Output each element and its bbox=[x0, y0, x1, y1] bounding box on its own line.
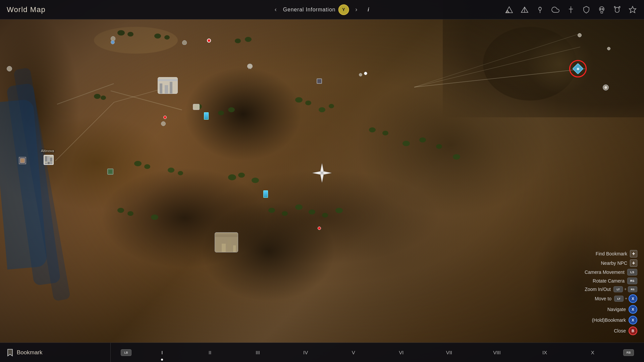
close-label: Close bbox=[614, 328, 626, 334]
svg-point-10 bbox=[321, 172, 323, 174]
tab-v[interactable]: V bbox=[329, 347, 377, 358]
altinova-city-marker: Altinova bbox=[44, 155, 54, 165]
x-btn-move[interactable]: X bbox=[629, 294, 637, 303]
control-hold-bookmark: (Hold)Bookmark X bbox=[585, 316, 637, 324]
tab-viii[interactable]: VIII bbox=[473, 347, 521, 358]
rs-btn-rotate[interactable]: RS bbox=[627, 278, 637, 284]
foliage bbox=[268, 208, 275, 213]
tab-i[interactable]: I bbox=[138, 347, 186, 358]
controls-panel: Find Bookmark + Nearby NPC + Camera Move… bbox=[585, 250, 637, 335]
map-background: Altinova bbox=[0, 0, 644, 362]
tab-ii[interactable]: II bbox=[186, 347, 234, 358]
foliage bbox=[134, 161, 142, 166]
b-btn-close[interactable]: B bbox=[629, 326, 637, 335]
camp-icon-1 bbox=[19, 157, 26, 164]
lb-button[interactable]: LB bbox=[121, 349, 131, 356]
control-close: Close B bbox=[585, 326, 637, 335]
tent-icon[interactable] bbox=[520, 5, 529, 14]
tab-ix[interactable]: IX bbox=[521, 347, 569, 358]
foliage bbox=[329, 104, 334, 108]
nav-left-arrow[interactable]: ‹ bbox=[271, 5, 280, 14]
header-center: ‹ General Information Y › i bbox=[271, 4, 373, 15]
marker-misc-3 bbox=[161, 121, 166, 126]
rotate-camera-label: Rotate Camera bbox=[593, 278, 625, 284]
control-nearby-npc: Nearby NPC + bbox=[585, 259, 637, 267]
foliage bbox=[228, 174, 236, 180]
bookmark-label: Bookmark bbox=[17, 349, 43, 356]
foliage bbox=[252, 178, 259, 183]
svg-point-23 bbox=[600, 8, 601, 9]
tab-vii[interactable]: VII bbox=[425, 347, 473, 358]
torch-icon[interactable] bbox=[535, 5, 545, 14]
foliage bbox=[335, 208, 343, 213]
skull-icon[interactable] bbox=[597, 5, 606, 14]
blue-marker-1 bbox=[111, 40, 115, 44]
control-navigate: Navigate X bbox=[585, 305, 637, 314]
tab-x[interactable]: X bbox=[569, 347, 616, 358]
nearby-npc-btn[interactable]: + bbox=[630, 259, 637, 267]
red-marker-3 bbox=[318, 227, 321, 230]
rs-btn-zoom[interactable]: RS bbox=[628, 286, 637, 292]
find-bookmark-btn[interactable]: + bbox=[630, 250, 637, 257]
x-btn-navigate[interactable]: X bbox=[629, 305, 637, 314]
canyon-1 bbox=[184, 67, 302, 161]
foliage bbox=[168, 168, 174, 173]
tab-iii[interactable]: III bbox=[234, 347, 282, 358]
marker-misc-2 bbox=[317, 78, 322, 84]
nearby-npc-label: Nearby NPC bbox=[601, 260, 627, 266]
current-position-ring: ⊕ bbox=[569, 60, 587, 77]
control-move-to: Move to LT + X bbox=[585, 294, 637, 303]
foliage bbox=[117, 30, 125, 36]
ls-btn[interactable]: LS bbox=[627, 269, 637, 276]
foliage bbox=[144, 164, 150, 169]
emblem-icon[interactable] bbox=[628, 5, 637, 14]
rb-button[interactable]: RB bbox=[623, 349, 634, 356]
y-button[interactable]: Y bbox=[338, 4, 349, 15]
horns-icon[interactable] bbox=[612, 5, 622, 14]
bones-marker bbox=[193, 104, 200, 110]
foliage bbox=[245, 37, 252, 42]
foliage bbox=[127, 32, 133, 37]
foliage bbox=[101, 96, 106, 100]
foliage bbox=[117, 208, 124, 213]
navigate-label: Navigate bbox=[607, 307, 626, 312]
foliage bbox=[305, 101, 311, 105]
foliage bbox=[322, 213, 328, 218]
stone-marker-2 bbox=[182, 40, 187, 46]
svg-point-24 bbox=[602, 8, 603, 9]
foliage bbox=[282, 211, 288, 216]
hold-bookmark-label: (Hold)Bookmark bbox=[592, 317, 626, 323]
foliage bbox=[127, 211, 133, 216]
bookmark-icon bbox=[7, 349, 13, 357]
foliage bbox=[295, 204, 303, 210]
header-icons bbox=[504, 5, 637, 14]
foliage bbox=[453, 154, 460, 160]
monster-icon-1 bbox=[247, 64, 253, 68]
lt-btn-move[interactable]: LT bbox=[614, 296, 624, 302]
foliage bbox=[238, 173, 245, 178]
waypoint-nearby bbox=[603, 84, 609, 90]
lt-btn-zoom[interactable]: LT bbox=[613, 286, 623, 292]
foliage bbox=[164, 35, 170, 40]
foliage bbox=[178, 171, 183, 175]
altinova-label: Altinova bbox=[41, 149, 54, 153]
x-btn-bookmark[interactable]: X bbox=[629, 316, 637, 324]
find-bookmark-label: Find Bookmark bbox=[596, 251, 627, 256]
control-camera-movement: Camera Movement LS bbox=[585, 269, 637, 276]
settlement-ruins bbox=[215, 232, 238, 252]
distant-waypoint-1 bbox=[578, 33, 582, 37]
cloud-icon[interactable] bbox=[551, 5, 560, 14]
page-title: World Map bbox=[7, 5, 46, 14]
control-rotate-camera: Rotate Camera RS bbox=[585, 278, 637, 284]
tab-vi[interactable]: VI bbox=[377, 347, 425, 358]
info-icon[interactable]: i bbox=[364, 5, 373, 14]
white-marker-1 bbox=[364, 72, 367, 75]
mountain-icon[interactable] bbox=[504, 5, 514, 14]
nav-right-arrow[interactable]: › bbox=[352, 5, 361, 14]
building-marker-2 bbox=[263, 190, 268, 198]
sword-icon[interactable] bbox=[566, 5, 576, 14]
map-container[interactable]: Altinova bbox=[0, 0, 644, 362]
tab-iv[interactable]: IV bbox=[282, 347, 330, 358]
shield-icon[interactable] bbox=[582, 5, 591, 14]
bottom-bar: Bookmark LB I II III IV V VI VII VIII IX… bbox=[0, 343, 644, 362]
